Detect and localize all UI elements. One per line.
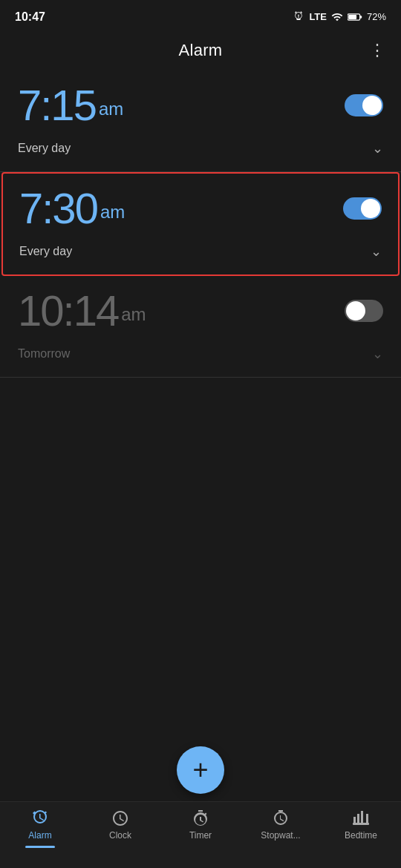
alarm-ampm-3: am — [121, 304, 146, 324]
alarm-item-3[interactable]: 10:14am Tomorrow ⌄ — [0, 276, 401, 378]
alarm-ampm-2: am — [100, 202, 125, 222]
alarm-item-1[interactable]: 7:15am Every day ⌄ — [0, 70, 401, 172]
alarm-top-row-1: 7:15am — [18, 84, 383, 127]
timer-nav-icon — [192, 809, 209, 827]
alarm-toggle-1[interactable] — [345, 94, 383, 116]
nav-label-bedtime: Bedtime — [345, 830, 377, 841]
bedtime-nav-icon — [352, 809, 370, 827]
toggle-knob-2 — [361, 199, 380, 218]
page-title: Alarm — [179, 41, 223, 60]
alarm-top-row-3: 10:14am — [18, 289, 383, 332]
status-time: 10:47 — [15, 10, 45, 24]
nav-tab-clock[interactable]: Clock — [80, 809, 160, 841]
clock-nav-icon — [111, 809, 129, 827]
chevron-down-icon-3[interactable]: ⌄ — [372, 346, 383, 362]
svg-rect-2 — [360, 16, 362, 18]
alarm-toggle-3[interactable] — [345, 300, 383, 322]
chevron-down-icon-1[interactable]: ⌄ — [372, 140, 383, 157]
signal-icon — [331, 11, 343, 23]
svg-rect-1 — [348, 15, 356, 19]
status-bar: 10:47 LTE 72% — [0, 0, 401, 30]
svg-rect-3 — [353, 823, 369, 825]
alarm-item-2[interactable]: 7:30am Every day ⌄ — [1, 172, 400, 276]
toggle-knob-1 — [362, 96, 382, 115]
nav-tab-alarm[interactable]: Alarm — [0, 809, 80, 841]
nav-tab-bedtime[interactable]: Bedtime — [321, 809, 401, 841]
alarm-schedule-row-3[interactable]: Tomorrow ⌄ — [18, 340, 383, 372]
alarm-schedule-row-1[interactable]: Every day ⌄ — [18, 134, 383, 167]
alarm-top-row-2: 7:30am — [19, 187, 382, 230]
alarm-schedule-label-1: Every day — [18, 142, 71, 155]
toggle-knob-3 — [346, 301, 365, 320]
svg-rect-4 — [354, 816, 357, 817]
alarm-time-3[interactable]: 10:14am — [18, 289, 146, 332]
chevron-down-icon-2[interactable]: ⌄ — [371, 243, 382, 260]
nav-label-timer: Timer — [189, 830, 212, 841]
alarm-time-1[interactable]: 7:15am — [18, 84, 123, 127]
app-header: Alarm ⋮ — [0, 30, 401, 70]
alarm-ampm-1: am — [99, 99, 123, 119]
alarm-time-2[interactable]: 7:30am — [19, 187, 125, 230]
nav-label-clock: Clock — [109, 830, 131, 841]
alarm-schedule-label-2: Every day — [19, 245, 72, 258]
bottom-navigation: Alarm Clock Timer Stopwat... Bedtime — [0, 801, 401, 868]
nav-label-alarm: Alarm — [28, 830, 51, 841]
alarm-schedule-row-2[interactable]: Every day ⌄ — [19, 237, 382, 270]
battery-percentage: 72% — [367, 11, 386, 22]
status-icons: LTE 72% — [293, 11, 386, 23]
stopwatch-nav-icon — [272, 809, 290, 827]
add-alarm-button[interactable]: + — [177, 746, 224, 794]
alarm-status-icon — [293, 11, 304, 23]
overflow-menu-button[interactable]: ⋮ — [369, 41, 386, 60]
nav-tab-stopwatch[interactable]: Stopwat... — [241, 809, 321, 841]
alarm-schedule-label-3: Tomorrow — [18, 347, 70, 361]
alarm-list: 7:15am Every day ⌄ 7:30am Every day ⌄ — [0, 70, 401, 378]
alarm-toggle-2[interactable] — [343, 197, 382, 220]
alarm-nav-icon — [31, 809, 49, 827]
battery-icon — [348, 11, 362, 23]
nav-label-stopwatch: Stopwat... — [261, 830, 300, 841]
lte-label: LTE — [309, 11, 327, 22]
nav-tab-timer[interactable]: Timer — [160, 809, 241, 841]
